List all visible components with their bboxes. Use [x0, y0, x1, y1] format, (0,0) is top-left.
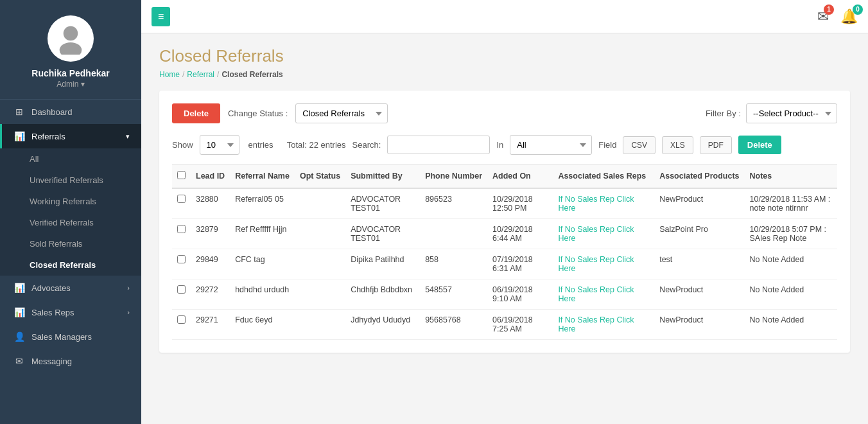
dashboard-icon: ⊞ [13, 107, 25, 117]
cell-added-on: 06/19/2018 9:10 AM [487, 279, 553, 310]
change-status-select[interactable]: Closed Referrals Working Referrals Verif… [295, 103, 388, 123]
cell-lead-id: 32879 [191, 219, 230, 249]
avatar [48, 15, 94, 62]
row-checkbox-2[interactable] [177, 255, 186, 263]
bell-icon-wrap[interactable]: 🔔 0 [840, 8, 858, 25]
row-checkbox-cell[interactable] [172, 249, 191, 279]
sidebar-item-advocates[interactable]: 📊 Advocates › [0, 276, 141, 300]
cell-added-on: 06/19/2018 7:25 AM [487, 310, 553, 340]
cell-sales-reps[interactable]: If No Sales Rep Click Here [553, 279, 654, 310]
user-avatar-icon [54, 21, 87, 57]
submenu-item-closed[interactable]: Closed Referrals [0, 254, 141, 276]
th-referral-name: Referral Name [230, 164, 295, 189]
filter-product-select[interactable]: --Select Product-- NewProduct SalzPoint … [746, 103, 837, 123]
cell-phone-number: 896523 [420, 188, 487, 219]
bell-badge: 0 [853, 4, 863, 15]
row-checkbox-cell[interactable] [172, 310, 191, 340]
page-title: Closed Referrals [159, 46, 850, 66]
row-checkbox-3[interactable] [177, 285, 186, 294]
table-row: 32879 Ref Refffff Hjjn ADVOCATOR TEST01 … [172, 219, 837, 249]
filter-by-label: Filter By : [706, 109, 741, 118]
table-wrap: Lead ID Referral Name Opt Status Submitt… [172, 164, 837, 340]
table-row: 32880 Referral05 05 ADVOCATOR TEST01 896… [172, 188, 837, 219]
cell-referral-name: hdhdhd urdudh [230, 279, 295, 310]
filter-right: Filter By : --Select Product-- NewProduc… [706, 103, 837, 123]
main-card: Delete Change Status : Closed Referrals … [159, 91, 850, 353]
change-status-label: Change Status : [228, 109, 288, 118]
th-phone-number: Phone Number [420, 164, 487, 189]
cell-sales-reps[interactable]: If No Sales Rep Click Here [553, 249, 654, 279]
delete-button-top[interactable]: Delete [172, 103, 220, 123]
cell-phone-number: 858 [420, 249, 487, 279]
main-content: ≡ ✉ 1 🔔 0 Closed Referrals Home / Referr… [141, 0, 868, 424]
cell-notes: No Note Added [745, 279, 837, 310]
sidebar-nav: ⊞ Dashboard 📊 Referrals ▾ All Unverified… [0, 100, 141, 424]
row-checkbox-4[interactable] [177, 315, 186, 324]
referrals-table: Lead ID Referral Name Opt Status Submitt… [172, 164, 837, 340]
cell-submitted-by: ADVOCATOR TEST01 [345, 219, 420, 249]
sales-managers-icon: 👤 [13, 331, 25, 342]
sidebar-role[interactable]: Admin ▾ [56, 80, 84, 89]
cell-notes: No Note Added [745, 310, 837, 340]
cell-opt-status [295, 219, 345, 249]
topbar-left: ≡ [152, 7, 170, 26]
search-in-select[interactable]: All Lead ID Referral Name Submitted By P… [510, 135, 592, 155]
search-input[interactable] [387, 136, 490, 154]
select-all-checkbox[interactable] [177, 171, 186, 179]
submenu-item-sold[interactable]: Sold Referrals [0, 233, 141, 254]
toolbar-row: Delete Change Status : Closed Referrals … [172, 103, 837, 123]
th-submitted-by: Submitted By [345, 164, 420, 189]
submenu-item-all[interactable]: All [0, 148, 141, 170]
cell-products: NewProduct [654, 310, 744, 340]
delete-button-controls[interactable]: Delete [738, 136, 781, 154]
hamburger-button[interactable]: ≡ [152, 7, 170, 26]
search-label: Search: [352, 140, 381, 150]
table-row: 29271 Fduc 6eyd Jdhydyd Ududyd 95685768 … [172, 310, 837, 340]
mail-icon-wrap[interactable]: ✉ 1 [817, 8, 829, 25]
row-checkbox-cell[interactable] [172, 188, 191, 219]
sidebar-item-referrals[interactable]: 📊 Referrals ▾ [0, 124, 141, 148]
show-label: Show [172, 140, 193, 150]
sidebar-item-dashboard[interactable]: ⊞ Dashboard [0, 100, 141, 124]
cell-sales-reps[interactable]: If No Sales Rep Click Here [553, 188, 654, 219]
in-label: In [496, 140, 503, 150]
submenu-item-working[interactable]: Working Referrals [0, 191, 141, 212]
cell-submitted-by: ADVOCATOR TEST01 [345, 188, 420, 219]
sales-reps-arrow: › [127, 308, 130, 316]
row-checkbox-1[interactable] [177, 225, 186, 233]
page-content: Closed Referrals Home / Referral / Close… [141, 33, 868, 424]
csv-button[interactable]: CSV [623, 136, 655, 154]
breadcrumb-home[interactable]: Home [159, 70, 180, 79]
cell-notes: No Note Added [745, 249, 837, 279]
pdf-button[interactable]: PDF [700, 136, 732, 154]
row-checkbox-cell[interactable] [172, 279, 191, 310]
cell-lead-id: 32880 [191, 188, 230, 219]
cell-sales-reps[interactable]: If No Sales Rep Click Here [553, 310, 654, 340]
table-row: 29849 CFC tag Dipika Patilhhd 858 07/19/… [172, 249, 837, 279]
referrals-expand-arrow: ▾ [126, 132, 130, 141]
th-checkbox [172, 164, 191, 189]
sidebar-item-sales-reps[interactable]: 📊 Sales Reps › [0, 300, 141, 324]
sidebar-item-advocates-label: Advocates [31, 283, 71, 293]
th-lead-id: Lead ID [191, 164, 230, 189]
sidebar-item-messaging[interactable]: ✉ Messaging [0, 349, 141, 373]
th-opt-status: Opt Status [295, 164, 345, 189]
row-checkbox-0[interactable] [177, 195, 186, 203]
cell-products: test [654, 249, 744, 279]
sidebar-item-sales-managers-label: Sales Managers [31, 332, 92, 342]
breadcrumb-referral[interactable]: Referral [187, 70, 214, 79]
cell-sales-reps[interactable]: If No Sales Rep Click Here [553, 219, 654, 249]
submenu-item-unverified[interactable]: Unverified Referrals [0, 170, 141, 191]
cell-added-on: 10/29/2018 6:44 AM [487, 219, 553, 249]
sidebar-item-sales-managers[interactable]: 👤 Sales Managers [0, 324, 141, 349]
sidebar-username: Ruchika Pedhekar [31, 68, 109, 78]
row-checkbox-cell[interactable] [172, 219, 191, 249]
xls-button[interactable]: XLS [662, 136, 693, 154]
cell-lead-id: 29272 [191, 279, 230, 310]
cell-phone-number: 95685768 [420, 310, 487, 340]
cell-opt-status [295, 249, 345, 279]
show-entries-select[interactable]: 10 25 50 100 [200, 135, 239, 155]
th-notes: Notes [745, 164, 837, 189]
submenu-item-verified[interactable]: Verified Referrals [0, 212, 141, 233]
sales-reps-icon: 📊 [13, 307, 25, 317]
